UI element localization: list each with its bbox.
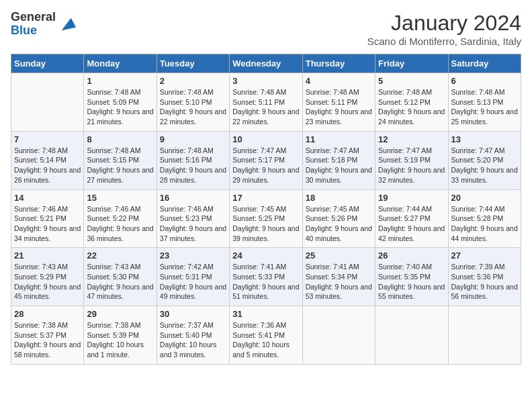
- calendar-cell: 2 Sunrise: 7:48 AMSunset: 5:10 PMDayligh…: [157, 73, 229, 132]
- cell-info: Sunrise: 7:47 AMSunset: 5:20 PMDaylight:…: [451, 146, 518, 185]
- calendar-cell: 7 Sunrise: 7:48 AMSunset: 5:14 PMDayligh…: [11, 131, 84, 189]
- calendar-cell: 25 Sunrise: 7:41 AMSunset: 5:34 PMDaylig…: [302, 248, 375, 306]
- day-number: 26: [378, 250, 445, 261]
- cell-info: Sunrise: 7:43 AMSunset: 5:29 PMDaylight:…: [14, 262, 81, 302]
- day-number: 8: [87, 134, 153, 144]
- day-number: 17: [232, 193, 299, 203]
- day-header-thursday: Thursday: [302, 54, 375, 73]
- calendar-cell: [302, 306, 375, 365]
- calendar-cell: 17 Sunrise: 7:45 AMSunset: 5:25 PMDaylig…: [230, 189, 302, 248]
- logo-text: General Blue: [11, 11, 56, 38]
- day-number: 10: [232, 134, 299, 144]
- calendar-cell: 26 Sunrise: 7:40 AMSunset: 5:35 PMDaylig…: [375, 248, 448, 306]
- calendar-cell: 14 Sunrise: 7:46 AMSunset: 5:21 PMDaylig…: [11, 189, 84, 248]
- cell-info: Sunrise: 7:47 AMSunset: 5:18 PMDaylight:…: [306, 146, 372, 185]
- day-number: 13: [451, 134, 518, 144]
- cell-info: Sunrise: 7:47 AMSunset: 5:17 PMDaylight:…: [232, 146, 299, 185]
- week-row-0: 1 Sunrise: 7:48 AMSunset: 5:09 PMDayligh…: [11, 73, 521, 132]
- cell-info: Sunrise: 7:48 AMSunset: 5:12 PMDaylight:…: [378, 87, 445, 127]
- day-header-sunday: Sunday: [11, 54, 84, 73]
- cell-info: Sunrise: 7:45 AMSunset: 5:26 PMDaylight:…: [306, 204, 372, 244]
- week-row-2: 14 Sunrise: 7:46 AMSunset: 5:21 PMDaylig…: [11, 189, 521, 248]
- cell-info: Sunrise: 7:43 AMSunset: 5:30 PMDaylight:…: [87, 262, 153, 302]
- cell-info: Sunrise: 7:46 AMSunset: 5:21 PMDaylight:…: [14, 204, 81, 244]
- cell-info: Sunrise: 7:48 AMSunset: 5:14 PMDaylight:…: [14, 146, 81, 185]
- calendar-cell: 12 Sunrise: 7:47 AMSunset: 5:19 PMDaylig…: [375, 131, 448, 189]
- calendar-cell: 11 Sunrise: 7:47 AMSunset: 5:18 PMDaylig…: [302, 131, 375, 189]
- week-row-4: 28 Sunrise: 7:38 AMSunset: 5:37 PMDaylig…: [11, 306, 521, 365]
- calendar-cell: 20 Sunrise: 7:44 AMSunset: 5:28 PMDaylig…: [448, 189, 521, 248]
- day-number: 2: [160, 76, 226, 86]
- week-row-3: 21 Sunrise: 7:43 AMSunset: 5:29 PMDaylig…: [11, 248, 521, 306]
- day-header-friday: Friday: [375, 54, 448, 73]
- logo-general: General: [11, 11, 56, 24]
- calendar-cell: 1 Sunrise: 7:48 AMSunset: 5:09 PMDayligh…: [84, 73, 157, 132]
- cell-info: Sunrise: 7:48 AMSunset: 5:10 PMDaylight:…: [160, 87, 226, 127]
- day-header-tuesday: Tuesday: [157, 54, 229, 73]
- day-number: 5: [378, 76, 445, 86]
- calendar-cell: 6 Sunrise: 7:48 AMSunset: 5:13 PMDayligh…: [448, 73, 521, 132]
- cell-info: Sunrise: 7:44 AMSunset: 5:28 PMDaylight:…: [451, 204, 518, 244]
- cell-info: Sunrise: 7:48 AMSunset: 5:11 PMDaylight:…: [306, 87, 372, 127]
- day-number: 19: [378, 193, 445, 203]
- day-number: 21: [14, 250, 81, 261]
- calendar-cell: 9 Sunrise: 7:48 AMSunset: 5:16 PMDayligh…: [157, 131, 229, 189]
- logo-blue: Blue: [11, 24, 56, 38]
- svg-marker-0: [62, 17, 76, 30]
- day-number: 31: [232, 309, 299, 319]
- calendar-cell: 22 Sunrise: 7:43 AMSunset: 5:30 PMDaylig…: [84, 248, 157, 306]
- cell-info: Sunrise: 7:48 AMSunset: 5:09 PMDaylight:…: [87, 87, 153, 127]
- day-number: 11: [306, 134, 372, 144]
- cell-info: Sunrise: 7:42 AMSunset: 5:31 PMDaylight:…: [160, 262, 226, 302]
- day-number: 6: [451, 76, 518, 86]
- day-number: 27: [451, 250, 518, 261]
- calendar-cell: 16 Sunrise: 7:46 AMSunset: 5:23 PMDaylig…: [157, 189, 229, 248]
- calendar-cell: 19 Sunrise: 7:44 AMSunset: 5:27 PMDaylig…: [375, 189, 448, 248]
- day-number: 3: [232, 76, 299, 86]
- calendar-cell: 10 Sunrise: 7:47 AMSunset: 5:17 PMDaylig…: [230, 131, 302, 189]
- calendar-cell: 8 Sunrise: 7:48 AMSunset: 5:15 PMDayligh…: [84, 131, 157, 189]
- cell-info: Sunrise: 7:40 AMSunset: 5:35 PMDaylight:…: [378, 262, 445, 302]
- calendar-cell: 23 Sunrise: 7:42 AMSunset: 5:31 PMDaylig…: [157, 248, 229, 306]
- calendar-cell: 31 Sunrise: 7:36 AMSunset: 5:41 PMDaylig…: [230, 306, 302, 365]
- cell-info: Sunrise: 7:38 AMSunset: 5:37 PMDaylight:…: [14, 320, 81, 360]
- cell-info: Sunrise: 7:48 AMSunset: 5:15 PMDaylight:…: [87, 146, 153, 185]
- cell-info: Sunrise: 7:39 AMSunset: 5:36 PMDaylight:…: [451, 262, 518, 302]
- cell-info: Sunrise: 7:46 AMSunset: 5:22 PMDaylight:…: [87, 204, 153, 244]
- cell-info: Sunrise: 7:47 AMSunset: 5:19 PMDaylight:…: [378, 146, 445, 185]
- calendar-cell: 28 Sunrise: 7:38 AMSunset: 5:37 PMDaylig…: [11, 306, 84, 365]
- title-block: January 2024 Scano di Montiferro, Sardin…: [367, 11, 521, 47]
- day-number: 15: [87, 193, 153, 203]
- cell-info: Sunrise: 7:36 AMSunset: 5:41 PMDaylight:…: [232, 320, 299, 360]
- calendar-cell: 13 Sunrise: 7:47 AMSunset: 5:20 PMDaylig…: [448, 131, 521, 189]
- calendar-table: SundayMondayTuesdayWednesdayThursdayFrid…: [11, 54, 521, 365]
- calendar-cell: 30 Sunrise: 7:37 AMSunset: 5:40 PMDaylig…: [157, 306, 229, 365]
- calendar-cell: 4 Sunrise: 7:48 AMSunset: 5:11 PMDayligh…: [302, 73, 375, 132]
- day-number: 4: [306, 76, 372, 86]
- day-number: 7: [14, 134, 81, 144]
- day-header-wednesday: Wednesday: [230, 54, 302, 73]
- logo: General Blue: [11, 11, 77, 38]
- day-number: 1: [87, 76, 153, 86]
- calendar-cell: 27 Sunrise: 7:39 AMSunset: 5:36 PMDaylig…: [448, 248, 521, 306]
- cell-info: Sunrise: 7:48 AMSunset: 5:11 PMDaylight:…: [232, 87, 299, 127]
- cell-info: Sunrise: 7:37 AMSunset: 5:40 PMDaylight:…: [160, 320, 226, 360]
- month-title: January 2024: [367, 11, 521, 36]
- day-number: 29: [87, 309, 153, 319]
- day-number: 24: [232, 250, 299, 261]
- day-header-saturday: Saturday: [448, 54, 521, 73]
- week-row-1: 7 Sunrise: 7:48 AMSunset: 5:14 PMDayligh…: [11, 131, 521, 189]
- day-number: 23: [160, 250, 226, 261]
- cell-info: Sunrise: 7:41 AMSunset: 5:33 PMDaylight:…: [232, 262, 299, 302]
- cell-info: Sunrise: 7:46 AMSunset: 5:23 PMDaylight:…: [160, 204, 226, 244]
- cell-info: Sunrise: 7:45 AMSunset: 5:25 PMDaylight:…: [232, 204, 299, 244]
- calendar-cell: [11, 73, 84, 132]
- cell-info: Sunrise: 7:48 AMSunset: 5:16 PMDaylight:…: [160, 146, 226, 185]
- day-header-monday: Monday: [84, 54, 157, 73]
- calendar-cell: [375, 306, 448, 365]
- day-number: 12: [378, 134, 445, 144]
- calendar-cell: 15 Sunrise: 7:46 AMSunset: 5:22 PMDaylig…: [84, 189, 157, 248]
- calendar-cell: 3 Sunrise: 7:48 AMSunset: 5:11 PMDayligh…: [230, 73, 302, 132]
- day-number: 30: [160, 309, 226, 319]
- cell-info: Sunrise: 7:38 AMSunset: 5:39 PMDaylight:…: [87, 320, 153, 360]
